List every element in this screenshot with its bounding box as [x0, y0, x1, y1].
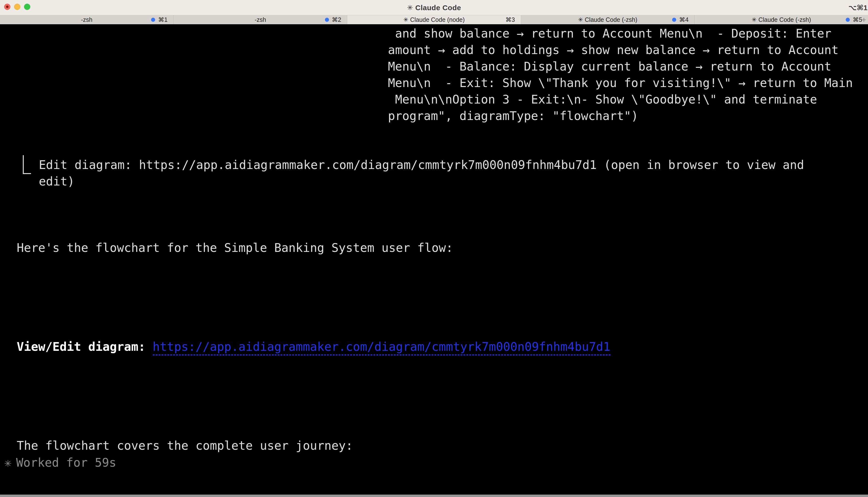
assistant-message: Here's the flowchart for the Simple Bank…: [17, 207, 775, 497]
terminal-tab[interactable]: ✳ Claude Code (-zsh) ⌘4: [521, 15, 695, 24]
tab-shortcut: ⌘4: [679, 16, 688, 23]
tab-label: ✳ Claude Code (-zsh): [578, 16, 637, 23]
new-tab-button[interactable]: +: [860, 15, 868, 24]
window-shortcut-hint: ⌥⌘1: [848, 0, 868, 15]
journey-intro: The flowchart covers the complete user j…: [17, 438, 775, 454]
terminal-viewport: and show balance → return to Account Men…: [0, 24, 868, 497]
tab-label: ✳ Claude Code (node): [403, 16, 465, 23]
tool-call-output: and show balance → return to Account Men…: [388, 26, 853, 124]
terminal-tab[interactable]: -zsh ⌘1: [0, 15, 174, 24]
tab-shortcut: ⌘3: [506, 16, 515, 23]
spinner-icon: ✳: [4, 456, 12, 470]
title-bar: ✳ Claude Code ⌥⌘1: [0, 0, 868, 15]
activity-dot-icon: [325, 18, 329, 22]
tab-label: ✳ Claude Code (-zsh): [752, 16, 811, 23]
status-text: Worked for 59s: [16, 456, 116, 470]
activity-dot-icon: [846, 18, 850, 22]
link-label: View/Edit diagram:: [17, 340, 153, 354]
tool-result-corner-icon: [23, 155, 31, 174]
flowchart-intro: Here's the flowchart for the Simple Bank…: [17, 240, 775, 256]
activity-dot-icon: [151, 18, 155, 22]
input-box-top-edge: [0, 495, 868, 497]
terminal-tab[interactable]: ✳ Claude Code (node) ⌘3: [347, 15, 521, 24]
window-title: ✳ Claude Code: [0, 0, 868, 15]
terminal-tab[interactable]: ✳ Claude Code (-zsh) ⌘5: [695, 15, 868, 24]
tab-shortcut: ⌘2: [332, 16, 341, 23]
view-edit-line: View/Edit diagram: https://app.aidiagram…: [17, 339, 775, 355]
activity-dot-icon: [672, 18, 676, 22]
diagram-link[interactable]: https://app.aidiagrammaker.com/diagram/c…: [153, 340, 611, 355]
tab-bar: -zsh ⌘1 -zsh ⌘2 ✳ Claude Code (node) ⌘3 …: [0, 15, 868, 24]
status-line: ✳Worked for 59s: [4, 455, 116, 471]
tab-shortcut: ⌘1: [158, 16, 168, 23]
tool-result-text: Edit diagram: https://app.aidiagrammaker…: [39, 157, 804, 190]
blank-line: [17, 289, 775, 306]
tab-label: -zsh: [81, 16, 93, 23]
blank-line: [17, 388, 775, 404]
terminal-tab[interactable]: -zsh ⌘2: [174, 15, 347, 24]
tab-label: -zsh: [255, 16, 266, 23]
